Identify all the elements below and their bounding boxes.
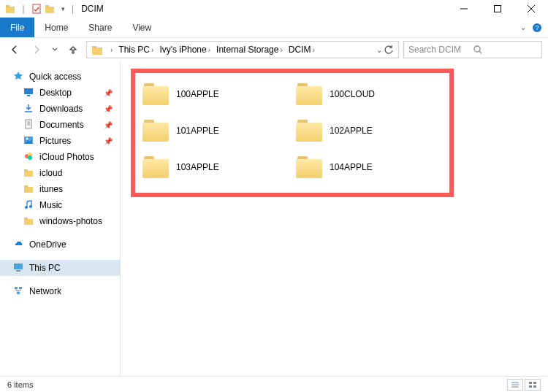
window-controls xyxy=(447,0,548,18)
folder-item[interactable]: 100APPLE xyxy=(142,76,289,112)
large-icons-view-button[interactable] xyxy=(525,379,541,391)
sidebar-item-icloud-photos[interactable]: iCloud Photos xyxy=(0,149,120,165)
folder-icon xyxy=(142,120,169,142)
svg-rect-12 xyxy=(92,46,96,48)
chevron-down-icon[interactable]: ▾ xyxy=(57,3,69,15)
sidebar-item-pictures[interactable]: Pictures 📌 xyxy=(0,133,120,149)
svg-rect-35 xyxy=(24,218,28,220)
minimize-button[interactable] xyxy=(447,0,481,18)
svg-rect-47 xyxy=(533,385,536,388)
search-input[interactable]: Search DCIM xyxy=(403,41,542,58)
sidebar-quick-access[interactable]: Quick access xyxy=(0,69,120,85)
downloads-icon xyxy=(23,103,35,115)
recent-locations-button[interactable] xyxy=(50,41,60,58)
svg-rect-1 xyxy=(6,5,9,7)
content-pane[interactable]: 100APPLE100CLOUD101APPLE102APPLE103APPLE… xyxy=(121,61,548,376)
sidebar-item-windows-photos[interactable]: windows-photos xyxy=(0,213,120,229)
home-tab[interactable]: Home xyxy=(34,18,78,37)
onedrive-icon xyxy=(13,239,25,250)
svg-rect-3 xyxy=(45,7,54,13)
svg-rect-44 xyxy=(529,382,532,384)
explorer-icon xyxy=(4,3,16,15)
svg-rect-40 xyxy=(17,292,20,294)
breadcrumb-segment[interactable]: This PC› xyxy=(115,45,156,55)
folder-icon xyxy=(142,83,169,105)
svg-rect-4 xyxy=(45,5,49,7)
network-icon xyxy=(13,285,25,297)
sidebar-item-desktop[interactable]: Desktop 📌 xyxy=(0,85,120,101)
address-icon xyxy=(88,44,106,55)
this-pc-icon xyxy=(13,262,25,274)
search-placeholder: Search DCIM xyxy=(408,45,473,55)
sidebar-item-music[interactable]: Music xyxy=(0,197,120,213)
help-icon[interactable]: ? xyxy=(532,23,542,33)
refresh-icon[interactable] xyxy=(384,45,394,55)
sidebar-onedrive[interactable]: OneDrive xyxy=(0,237,120,253)
sidebar-item-documents[interactable]: Documents 📌 xyxy=(0,117,120,133)
breadcrumb-segment[interactable]: Ivy's iPhone› xyxy=(156,45,213,55)
folder-icon xyxy=(23,167,35,179)
folder-icon xyxy=(296,83,322,105)
folder-icon xyxy=(142,156,169,178)
pictures-icon xyxy=(23,135,35,147)
status-bar: 6 items xyxy=(0,376,548,392)
folder-item[interactable]: 104APPLE xyxy=(296,149,442,185)
svg-rect-28 xyxy=(24,169,28,172)
svg-point-13 xyxy=(474,46,480,52)
sidebar-item-downloads[interactable]: Downloads 📌 xyxy=(0,101,120,117)
qa-separator: | xyxy=(72,4,74,14)
svg-rect-39 xyxy=(19,287,22,289)
svg-rect-45 xyxy=(533,382,536,384)
properties-icon[interactable] xyxy=(31,3,42,15)
folder-icon xyxy=(296,120,322,142)
documents-icon xyxy=(23,119,35,131)
navigation-row: › This PC› Ivy's iPhone› Internal Storag… xyxy=(0,38,548,61)
svg-rect-11 xyxy=(92,47,102,55)
breadcrumb-segment[interactable]: Internal Storage› xyxy=(213,45,286,55)
ribbon-expand-icon[interactable]: ⌄ xyxy=(520,23,526,31)
close-button[interactable] xyxy=(514,0,548,18)
sidebar-this-pc[interactable]: This PC xyxy=(0,260,120,276)
pin-icon: 📌 xyxy=(104,121,113,129)
svg-rect-46 xyxy=(529,385,532,388)
title-bar: | ▾ | DCIM xyxy=(0,0,548,18)
folder-item[interactable]: 100CLOUD xyxy=(296,76,442,112)
folder-item[interactable]: 102APPLE xyxy=(296,112,442,149)
forward-button[interactable] xyxy=(28,41,45,58)
pin-icon: 📌 xyxy=(104,105,113,113)
svg-point-26 xyxy=(28,155,32,160)
folder-item[interactable]: 103APPLE xyxy=(142,149,289,185)
desktop-icon xyxy=(23,87,35,99)
qa-separator: | xyxy=(18,3,29,15)
svg-rect-30 xyxy=(24,185,28,188)
svg-rect-16 xyxy=(27,95,30,96)
back-button[interactable] xyxy=(6,41,23,58)
folder-icon xyxy=(23,183,35,195)
maximize-button[interactable] xyxy=(481,0,514,18)
sidebar-item-icloud[interactable]: icloud xyxy=(0,165,120,181)
breadcrumb-segment[interactable]: DCIM› xyxy=(286,45,318,55)
address-bar[interactable]: › This PC› Ivy's iPhone› Internal Storag… xyxy=(86,41,399,58)
folder-label: 100CLOUD xyxy=(330,89,375,99)
sidebar-item-itunes[interactable]: itunes xyxy=(0,181,120,197)
breadcrumb-chevron[interactable]: › xyxy=(106,46,115,54)
highlight-annotation: 100APPLE100CLOUD101APPLE102APPLE103APPLE… xyxy=(131,69,454,197)
up-button[interactable] xyxy=(64,41,82,58)
svg-rect-36 xyxy=(14,264,23,269)
view-tab[interactable]: View xyxy=(122,18,161,37)
folder-label: 103APPLE xyxy=(176,162,219,172)
folder-grid: 100APPLE100CLOUD101APPLE102APPLE103APPLE… xyxy=(142,76,442,185)
svg-rect-34 xyxy=(24,219,33,225)
file-tab[interactable]: File xyxy=(0,18,34,37)
folder-item[interactable]: 101APPLE xyxy=(142,112,289,149)
sidebar-network[interactable]: Network xyxy=(0,283,120,299)
svg-rect-38 xyxy=(15,287,18,289)
navigation-pane: Quick access Desktop 📌 Downloads 📌 Docum… xyxy=(0,61,121,376)
svg-line-14 xyxy=(479,51,482,53)
share-tab[interactable]: Share xyxy=(78,18,122,37)
svg-rect-37 xyxy=(16,270,20,272)
quick-access-toolbar: | ▾ | xyxy=(0,3,75,15)
qa-dropdown-icon[interactable] xyxy=(44,3,56,15)
details-view-button[interactable] xyxy=(507,379,523,391)
address-dropdown-icon[interactable]: ⌄ xyxy=(376,46,382,54)
